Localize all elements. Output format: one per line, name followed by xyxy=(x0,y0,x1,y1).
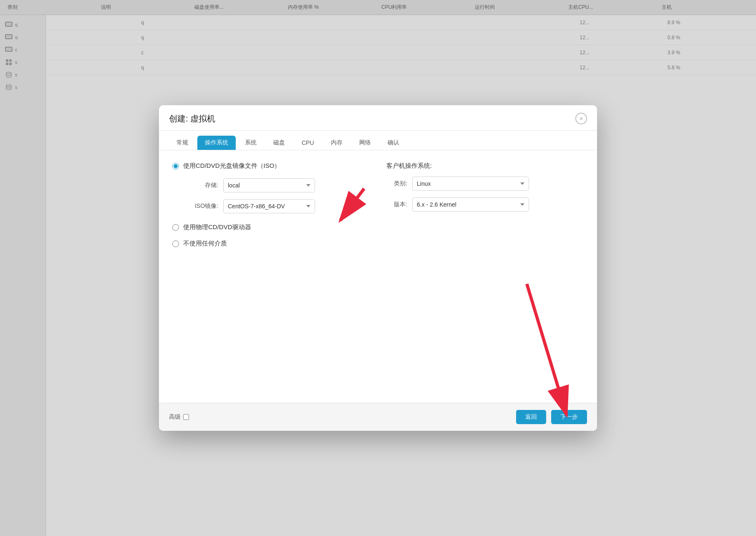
iso-row: ISO镜像: CentOS-7-x86_64-DV xyxy=(185,199,370,213)
radio-iso[interactable] xyxy=(172,163,179,169)
guest-type-select[interactable]: Linux xyxy=(412,177,529,191)
right-col: 客户机操作系统: 类别: Linux 版本: 6.x - 2.6 Kernel xyxy=(386,162,584,256)
radio-physical-option: 使用物理CD/DVD驱动器 xyxy=(172,223,370,231)
iso-form-fields: 存储: local ISO镜像: CentOS-7-x86_64-DV xyxy=(185,178,370,213)
tab-network[interactable]: 网络 xyxy=(352,136,378,150)
storage-select[interactable]: local xyxy=(223,178,315,192)
guest-version-select[interactable]: 6.x - 2.6 Kernel xyxy=(412,197,529,212)
tab-general[interactable]: 常规 xyxy=(169,136,196,150)
guest-type-row: 类别: Linux xyxy=(386,177,584,191)
guest-version-label: 版本: xyxy=(386,201,407,208)
radio-none-option: 不使用任何介质 xyxy=(172,240,370,248)
guest-os-fields: 类别: Linux 版本: 6.x - 2.6 Kernel xyxy=(386,177,584,212)
radio-physical[interactable] xyxy=(172,224,179,231)
modal-header: 创建: 虚拟机 × xyxy=(159,105,597,131)
modal-body: 使用CD/DVD光盘镜像文件（ISO） 存储: local ISO镜像: xyxy=(159,150,597,403)
radio-physical-label: 使用物理CD/DVD驱动器 xyxy=(183,223,251,231)
tab-system[interactable]: 系统 xyxy=(237,136,264,150)
storage-label: 存储: xyxy=(185,182,218,189)
body-two-col: 使用CD/DVD光盘镜像文件（ISO） 存储: local ISO镜像: xyxy=(172,162,584,256)
iso-label: ISO镜像: xyxy=(185,202,218,210)
advanced-checkbox[interactable] xyxy=(183,414,189,420)
iso-select[interactable]: CentOS-7-x86_64-DV xyxy=(223,199,315,213)
radio-iso-option: 使用CD/DVD光盘镜像文件（ISO） xyxy=(172,162,370,170)
tab-cpu[interactable]: CPU xyxy=(294,136,322,149)
radio-none[interactable] xyxy=(172,240,179,247)
modal-overlay: 创建: 虚拟机 × 常规 操作系统 系统 磁盘 CPU 内存 网络 确认 xyxy=(0,0,756,536)
radio-iso-label: 使用CD/DVD光盘镜像文件（ISO） xyxy=(183,162,280,170)
tab-os[interactable]: 操作系统 xyxy=(197,136,236,150)
tab-memory[interactable]: 内存 xyxy=(323,136,350,150)
close-button[interactable]: × xyxy=(575,113,587,124)
left-col: 使用CD/DVD光盘镜像文件（ISO） 存储: local ISO镜像: xyxy=(172,162,370,256)
tab-confirm[interactable]: 确认 xyxy=(380,136,407,150)
create-vm-modal: 创建: 虚拟机 × 常规 操作系统 系统 磁盘 CPU 内存 网络 确认 xyxy=(159,105,597,431)
modal-title: 创建: 虚拟机 xyxy=(169,113,215,124)
guest-os-label: 客户机操作系统: xyxy=(386,162,584,170)
modal-footer: 高级 返回 下一步 xyxy=(159,403,597,431)
guest-type-label: 类别: xyxy=(386,180,407,187)
guest-version-row: 版本: 6.x - 2.6 Kernel xyxy=(386,197,584,212)
tab-disk[interactable]: 磁盘 xyxy=(266,136,292,150)
next-button[interactable]: 下一步 xyxy=(551,410,587,424)
close-icon: × xyxy=(580,115,583,122)
radio-none-label: 不使用任何介质 xyxy=(183,240,227,248)
back-button[interactable]: 返回 xyxy=(516,410,546,424)
storage-row: 存储: local xyxy=(185,178,370,192)
advanced-section: 高级 xyxy=(169,413,189,421)
advanced-label: 高级 xyxy=(169,413,181,421)
tabs-bar: 常规 操作系统 系统 磁盘 CPU 内存 网络 确认 xyxy=(159,131,597,150)
